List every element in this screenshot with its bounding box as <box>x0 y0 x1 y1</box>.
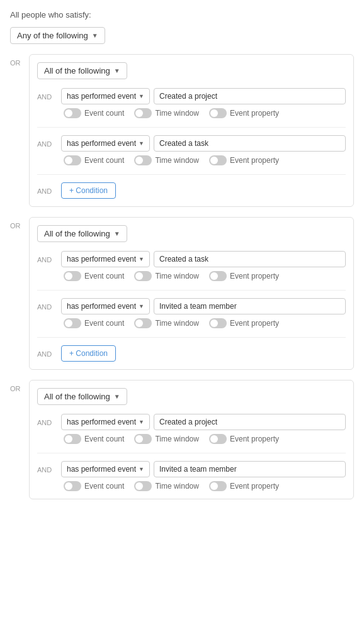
all-of-following-dropdown-3[interactable]: All of the following▼ <box>37 388 127 405</box>
toggle-switch-c2-1[interactable] <box>134 155 152 165</box>
toggle-label-c4-0: Event count <box>84 319 124 328</box>
and-label-2-1: AND <box>37 256 55 264</box>
and-label-1-2: AND <box>37 140 55 148</box>
toggle-item-c4-0: Event count <box>64 318 124 328</box>
group-dropdown-arrow-icon-1: ▼ <box>114 67 120 74</box>
top-dropdown-arrow-icon: ▼ <box>92 32 98 39</box>
toggle-switch-c5-1[interactable] <box>134 434 152 444</box>
event-dropdown-label-c4: has performed event <box>67 302 136 311</box>
toggle-switch-c6-1[interactable] <box>134 481 152 491</box>
or-label-2: OR <box>10 222 23 230</box>
toggle-switch-c2-0[interactable] <box>64 155 81 165</box>
toggle-label-c6-0: Event count <box>84 482 124 491</box>
condition-block-c6: has performed event▼Event countTime wind… <box>61 461 346 491</box>
event-dropdown-c5[interactable]: has performed event▼ <box>61 414 150 430</box>
or-content-3: All of the following▼ANDhas performed ev… <box>29 380 354 499</box>
condition-selects-c3: has performed event▼ <box>61 251 346 267</box>
all-of-following-dropdown-1[interactable]: All of the following▼ <box>37 62 127 79</box>
toggle-switch-c1-2[interactable] <box>209 108 227 118</box>
or-group-3: ORAll of the following▼ANDhas performed … <box>10 380 354 499</box>
or-content-1: All of the following▼ANDhas performed ev… <box>29 54 354 207</box>
add-and-label-1: AND <box>37 187 55 195</box>
event-dropdown-label-c6: has performed event <box>67 465 136 474</box>
toggle-switch-c1-1[interactable] <box>134 108 152 118</box>
all-of-following-dropdown-2[interactable]: All of the following▼ <box>37 225 127 242</box>
event-dropdown-label-c1: has performed event <box>67 92 136 101</box>
and-row-1-1: ANDhas performed event▼Event countTime w… <box>37 88 346 118</box>
toggle-label-c6-1: Time window <box>155 482 199 491</box>
group-dropdown-arrow-icon-2: ▼ <box>114 230 120 237</box>
and-label-2-2: AND <box>37 303 55 311</box>
event-dropdown-c6[interactable]: has performed event▼ <box>61 461 150 477</box>
toggle-item-c1-0: Event count <box>64 108 124 118</box>
any-of-following-label: Any of the following <box>17 31 88 40</box>
and-row-3-2: ANDhas performed event▼Event countTime w… <box>37 461 346 491</box>
event-dropdown-arrow-icon-c4: ▼ <box>139 303 144 309</box>
toggle-switch-c5-2[interactable] <box>209 434 227 444</box>
toggle-item-c6-0: Event count <box>64 481 124 491</box>
toggle-label-c6-2: Event property <box>230 482 279 491</box>
toggle-label-c2-1: Time window <box>155 156 199 165</box>
group-dropdown-label-2: All of the following <box>44 229 110 238</box>
condition-block-c2: has performed event▼Event countTime wind… <box>61 135 346 165</box>
event-value-input-c6[interactable] <box>154 461 346 477</box>
event-dropdown-c4[interactable]: has performed event▼ <box>61 298 150 314</box>
group-dropdown-arrow-icon-3: ▼ <box>114 393 120 400</box>
toggle-switch-c3-0[interactable] <box>64 271 81 281</box>
event-value-input-c3[interactable] <box>154 251 346 267</box>
add-condition-button-2[interactable]: + Condition <box>61 345 116 362</box>
event-dropdown-arrow-icon-c2: ▼ <box>139 140 144 147</box>
toggle-item-c3-0: Event count <box>64 271 124 281</box>
condition-selects-c5: has performed event▼ <box>61 414 346 430</box>
any-of-following-dropdown[interactable]: Any of the following ▼ <box>10 27 105 44</box>
toggle-switch-c4-2[interactable] <box>209 318 227 328</box>
add-condition-row-2: AND+ Condition <box>37 345 346 362</box>
group-dropdown-label-3: All of the following <box>44 392 110 401</box>
event-value-input-c1[interactable] <box>154 88 346 104</box>
event-value-input-c2[interactable] <box>154 135 346 152</box>
add-condition-row-1: AND+ Condition <box>37 182 346 199</box>
event-dropdown-c2[interactable]: has performed event▼ <box>61 135 150 152</box>
toggle-switch-c1-0[interactable] <box>64 108 81 118</box>
toggle-item-c3-2: Event property <box>209 271 279 281</box>
event-value-input-c5[interactable] <box>154 414 346 430</box>
toggle-item-c5-2: Event property <box>209 434 279 444</box>
and-label-3-2: AND <box>37 466 55 474</box>
event-value-input-c4[interactable] <box>154 298 346 314</box>
toggle-switch-c3-2[interactable] <box>209 271 227 281</box>
toggle-switch-c5-0[interactable] <box>64 434 81 444</box>
event-dropdown-label-c2: has performed event <box>67 139 136 148</box>
toggle-item-c2-2: Event property <box>209 155 279 165</box>
and-label-1-1: AND <box>37 93 55 101</box>
toggle-switch-c6-2[interactable] <box>209 481 227 491</box>
and-label-3-1: AND <box>37 419 55 426</box>
and-row-2-2: ANDhas performed event▼Event countTime w… <box>37 298 346 328</box>
event-dropdown-label-c5: has performed event <box>67 418 136 426</box>
toggle-item-c5-0: Event count <box>64 434 124 444</box>
add-condition-button-1[interactable]: + Condition <box>61 182 116 199</box>
condition-block-c4: has performed event▼Event countTime wind… <box>61 298 346 328</box>
toggle-label-c3-0: Event count <box>84 272 124 280</box>
toggle-switch-c6-0[interactable] <box>64 481 81 491</box>
toggles-row-c6: Event countTime windowEvent property <box>64 481 346 491</box>
or-content-2: All of the following▼ANDhas performed ev… <box>29 217 354 370</box>
toggles-row-c4: Event countTime windowEvent property <box>64 318 346 328</box>
toggle-label-c4-1: Time window <box>155 319 199 328</box>
toggle-label-c1-0: Event count <box>84 109 124 118</box>
group-dropdown-label-1: All of the following <box>44 66 110 75</box>
event-dropdown-c1[interactable]: has performed event▼ <box>61 88 150 104</box>
toggle-switch-c3-1[interactable] <box>134 271 152 281</box>
condition-selects-c6: has performed event▼ <box>61 461 346 477</box>
toggles-row-c5: Event countTime windowEvent property <box>64 434 346 444</box>
toggle-label-c5-0: Event count <box>84 435 124 443</box>
page-title: All people who satisfy: <box>10 10 354 19</box>
toggle-item-c2-0: Event count <box>64 155 124 165</box>
toggle-switch-c4-1[interactable] <box>134 318 152 328</box>
toggle-label-c5-1: Time window <box>155 435 199 443</box>
toggle-item-c6-1: Time window <box>134 481 199 491</box>
toggle-item-c4-2: Event property <box>209 318 279 328</box>
event-dropdown-c3[interactable]: has performed event▼ <box>61 251 150 267</box>
toggle-switch-c2-2[interactable] <box>209 155 227 165</box>
and-row-2-1: ANDhas performed event▼Event countTime w… <box>37 251 346 281</box>
toggle-switch-c4-0[interactable] <box>64 318 81 328</box>
